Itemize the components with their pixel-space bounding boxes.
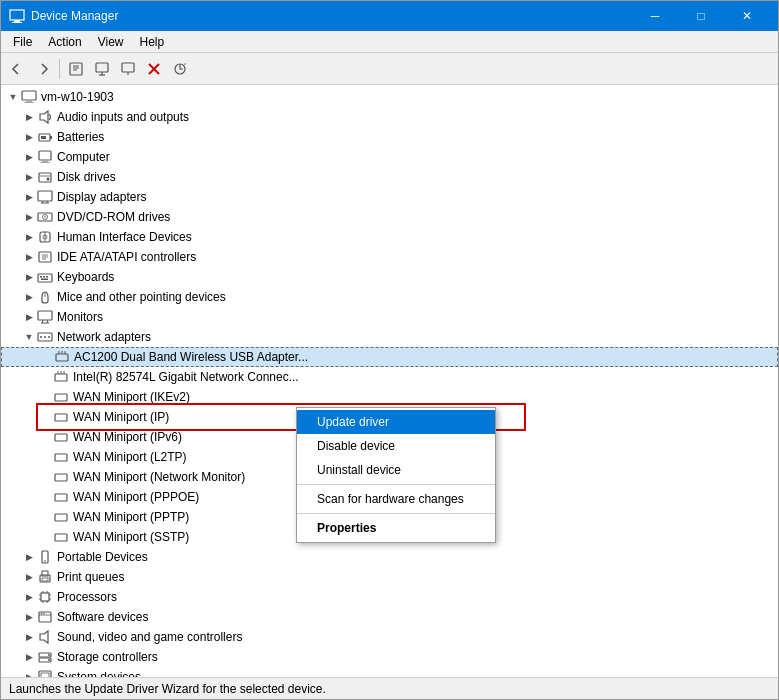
toolbar-back[interactable] xyxy=(5,57,29,81)
toolbar-enable[interactable] xyxy=(116,57,140,81)
audio-icon xyxy=(37,109,53,125)
tree-item-diskdrives[interactable]: ▶ Disk drives xyxy=(1,167,778,187)
maximize-button[interactable]: □ xyxy=(678,1,724,31)
svg-marker-90 xyxy=(40,631,48,643)
toolbar-forward[interactable] xyxy=(31,57,55,81)
diskdrives-expand[interactable]: ▶ xyxy=(21,169,37,185)
portable-expand[interactable]: ▶ xyxy=(21,549,37,565)
tree-item-display[interactable]: ▶ Display adapters xyxy=(1,187,778,207)
wan-ikev2-label: WAN Miniport (IKEv2) xyxy=(73,390,190,404)
context-menu-scan[interactable]: Scan for hardware changes xyxy=(297,487,495,511)
audio-expand[interactable]: ▶ xyxy=(21,109,37,125)
close-button[interactable]: ✕ xyxy=(724,1,770,31)
context-menu-uninstall[interactable]: Uninstall device xyxy=(297,458,495,482)
computer-expand[interactable]: ▶ xyxy=(21,149,37,165)
batteries-label: Batteries xyxy=(57,130,104,144)
menu-bar: File Action View Help xyxy=(1,31,778,53)
wan-ipv6-icon xyxy=(53,429,69,445)
svg-rect-21 xyxy=(41,136,46,139)
toolbar-properties[interactable] xyxy=(64,57,88,81)
svg-rect-1 xyxy=(14,20,20,22)
tree-item-computer[interactable]: ▶ Computer xyxy=(1,147,778,167)
menu-action[interactable]: Action xyxy=(40,33,89,51)
print-icon xyxy=(37,569,53,585)
tree-item-print[interactable]: ▶ Print queues xyxy=(1,567,778,587)
tree-item-hid[interactable]: ▶ Human Interface Devices xyxy=(1,227,778,247)
display-label: Display adapters xyxy=(57,190,146,204)
context-menu-properties[interactable]: Properties xyxy=(297,516,495,540)
context-menu-update-driver[interactable]: Update driver xyxy=(297,410,495,434)
menu-help[interactable]: Help xyxy=(132,33,173,51)
tree-item-ide[interactable]: ▶ IDE ATA/ATAPI controllers xyxy=(1,247,778,267)
svg-point-93 xyxy=(48,654,50,656)
tree-item-processors[interactable]: ▶ Processors xyxy=(1,587,778,607)
storage-label: Storage controllers xyxy=(57,650,158,664)
processors-label: Processors xyxy=(57,590,117,604)
toolbar xyxy=(1,53,778,85)
wan-ip-icon xyxy=(53,409,69,425)
tree-item-intel[interactable]: ▶ Intel(R) 82574L Gigabit Network Connec… xyxy=(1,367,778,387)
status-bar: Launches the Update Driver Wizard for th… xyxy=(1,677,778,699)
ide-icon xyxy=(37,249,53,265)
root-expand[interactable]: ▼ xyxy=(5,89,21,105)
batteries-expand[interactable]: ▶ xyxy=(21,129,37,145)
tree-item-portable[interactable]: ▶ Portable Devices xyxy=(1,547,778,567)
svg-point-26 xyxy=(47,178,50,181)
menu-view[interactable]: View xyxy=(90,33,132,51)
network-expand[interactable]: ▼ xyxy=(21,329,37,345)
dvd-expand[interactable]: ▶ xyxy=(21,209,37,225)
svg-point-94 xyxy=(48,659,50,661)
tree-item-mice[interactable]: ▶ Mice and other pointing devices xyxy=(1,287,778,307)
toolbar-scan[interactable] xyxy=(168,57,192,81)
tree-item-monitors[interactable]: ▶ Monitors xyxy=(1,307,778,327)
toolbar-update-driver[interactable] xyxy=(90,57,114,81)
sound-icon xyxy=(37,629,53,645)
ac1200-label: AC1200 Dual Band Wireless USB Adapter... xyxy=(74,350,308,364)
mice-expand[interactable]: ▶ xyxy=(21,289,37,305)
wan-ip-label: WAN Miniport (IP) xyxy=(73,410,169,424)
ide-expand[interactable]: ▶ xyxy=(21,249,37,265)
context-menu-disable[interactable]: Disable device xyxy=(297,434,495,458)
svg-rect-65 xyxy=(55,414,67,421)
tree-item-storage[interactable]: ▶ Storage controllers xyxy=(1,647,778,667)
menu-file[interactable]: File xyxy=(5,33,40,51)
hid-expand[interactable]: ▶ xyxy=(21,229,37,245)
tree-item-wan-ikev2[interactable]: ▶ WAN Miniport (IKEv2) xyxy=(1,387,778,407)
device-tree[interactable]: ▼ vm-w10-1903 ▶ xyxy=(1,85,778,677)
intel-label: Intel(R) 82574L Gigabit Network Connec..… xyxy=(73,370,299,384)
sound-expand[interactable]: ▶ xyxy=(21,629,37,645)
svg-rect-20 xyxy=(50,136,52,139)
tree-root[interactable]: ▼ vm-w10-1903 xyxy=(1,87,778,107)
minimize-button[interactable]: ─ xyxy=(632,1,678,31)
display-expand[interactable]: ▶ xyxy=(21,189,37,205)
svg-marker-18 xyxy=(40,111,48,123)
dvd-label: DVD/CD-ROM drives xyxy=(57,210,170,224)
tree-item-dvd[interactable]: ▶ DVD/CD-ROM drives xyxy=(1,207,778,227)
tree-item-software[interactable]: ▶ Software devices xyxy=(1,607,778,627)
tree-item-system[interactable]: ▶ System devices xyxy=(1,667,778,677)
monitors-expand[interactable]: ▶ xyxy=(21,309,37,325)
ac1200-icon xyxy=(54,349,70,365)
svg-rect-10 xyxy=(122,63,134,72)
tree-item-keyboards[interactable]: ▶ Keyboards xyxy=(1,267,778,287)
app-icon xyxy=(9,8,25,24)
tree-item-network[interactable]: ▼ Network adapters xyxy=(1,327,778,347)
svg-rect-28 xyxy=(38,191,52,201)
software-expand[interactable]: ▶ xyxy=(21,609,37,625)
tree-item-audio[interactable]: ▶ Audio inputs and outputs xyxy=(1,107,778,127)
keyboards-expand[interactable]: ▶ xyxy=(21,269,37,285)
context-menu-sep2 xyxy=(297,513,495,514)
network-label: Network adapters xyxy=(57,330,151,344)
context-menu-sep1 xyxy=(297,484,495,485)
system-expand[interactable]: ▶ xyxy=(21,669,37,677)
tree-item-ac1200[interactable]: ▶ AC1200 Dual Band Wireless USB Adapter.… xyxy=(1,347,778,367)
tree-item-sound[interactable]: ▶ Sound, video and game controllers xyxy=(1,627,778,647)
svg-rect-16 xyxy=(26,100,32,102)
svg-rect-3 xyxy=(70,63,82,75)
tree-item-batteries[interactable]: ▶ Batteries xyxy=(1,127,778,147)
toolbar-uninstall[interactable] xyxy=(142,57,166,81)
print-expand[interactable]: ▶ xyxy=(21,569,37,585)
storage-expand[interactable]: ▶ xyxy=(21,649,37,665)
svg-rect-2 xyxy=(12,22,22,23)
processors-expand[interactable]: ▶ xyxy=(21,589,37,605)
